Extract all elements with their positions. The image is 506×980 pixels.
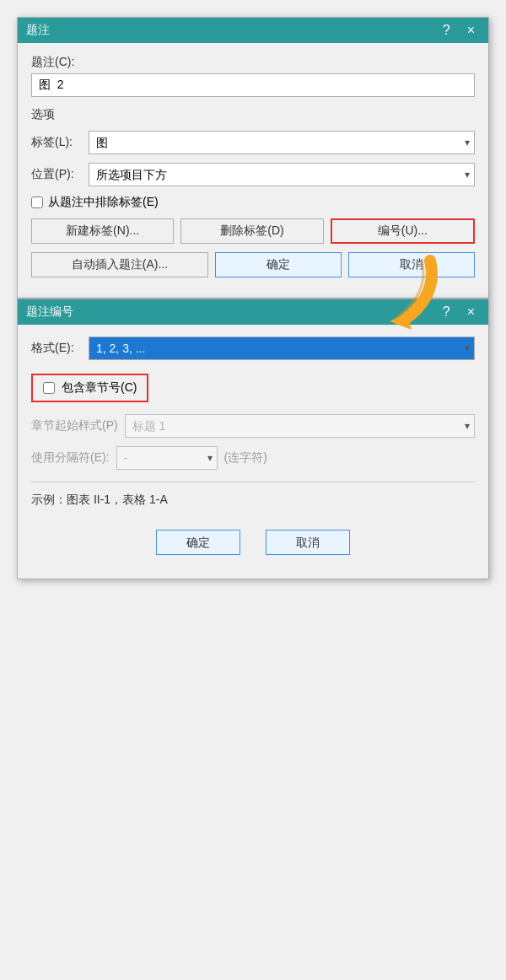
cancel-button-2[interactable]: 取消	[266, 530, 350, 555]
format-select-wrapper: 1, 2, 3, ...	[89, 337, 475, 360]
example-text: 示例：图表 II-1，表格 1-A	[31, 493, 475, 508]
titlebar-controls: ? ×	[438, 24, 480, 37]
separator-label: 使用分隔符(E):	[31, 450, 110, 466]
separator-desc: (连字符)	[224, 450, 267, 466]
close-button[interactable]: ×	[462, 24, 480, 37]
ok-button-2[interactable]: 确定	[156, 530, 240, 555]
divider	[31, 482, 475, 482]
separator-row: 使用分隔符(E): - (连字符)	[31, 446, 475, 470]
tag-select-wrapper: 图	[89, 131, 475, 154]
chapter-start-label: 章节起始样式(P)	[31, 418, 118, 433]
new-tag-button[interactable]: 新建标签(N)...	[31, 218, 174, 244]
titlebar-left: 题注	[26, 23, 50, 38]
titlebar2-left: 题注编号	[26, 304, 73, 320]
include-chapter-checkbox[interactable]	[43, 382, 55, 394]
include-chapter-highlight: 包含章节号(C)	[31, 374, 148, 402]
dialog1-title: 题注	[26, 23, 50, 38]
position-select[interactable]: 所选项目下方	[89, 163, 475, 186]
position-label: 位置(P):	[31, 167, 82, 182]
caption-input[interactable]	[31, 73, 475, 97]
include-chapter-label: 包含章节号(C)	[62, 380, 137, 396]
caption-label: 题注(C):	[31, 55, 475, 70]
format-select[interactable]: 1, 2, 3, ...	[89, 337, 475, 360]
exclude-checkbox-row: 从题注中排除标签(E)	[31, 195, 475, 210]
numbering-button[interactable]: 编号(U)...	[331, 218, 475, 244]
dialog2-bottom-buttons: 确定 取消	[31, 518, 475, 567]
tag-row: 标签(L): 图	[31, 131, 475, 154]
chapter-start-row: 章节起始样式(P) 标题 1	[31, 414, 475, 438]
chapter-start-select[interactable]: 标题 1	[125, 414, 475, 438]
tag-label: 标签(L):	[31, 135, 82, 150]
dialog2-body: 格式(E): 1, 2, 3, ... 包含章节号(C) 章节起始样式(P) 标…	[18, 325, 488, 579]
buttons-row-1: 新建标签(N)... 删除标签(D) 编号(U)...	[31, 218, 475, 244]
help-button[interactable]: ?	[438, 24, 455, 37]
format-row: 格式(E): 1, 2, 3, ...	[31, 337, 475, 360]
tag-select[interactable]: 图	[89, 131, 475, 154]
exclude-checkbox[interactable]	[31, 197, 43, 208]
delete-tag-button[interactable]: 删除标签(D)	[180, 218, 323, 244]
format-label: 格式(E):	[31, 341, 82, 356]
position-row: 位置(P): 所选项目下方	[31, 163, 475, 186]
separator-select-wrapper: -	[116, 446, 218, 470]
ok-button-1[interactable]: 确定	[215, 252, 342, 277]
arrow-indicator	[371, 252, 455, 339]
caption-dialog-titlebar: 题注 ? ×	[18, 18, 488, 43]
caption-numbering-dialog: 题注编号 ? × 格式(E): 1, 2, 3, ... 包含章节号(C)	[17, 299, 489, 579]
separator-select[interactable]: -	[116, 446, 218, 470]
close-button-2[interactable]: ×	[462, 305, 480, 319]
dialog2-title: 题注编号	[26, 304, 73, 320]
auto-insert-button[interactable]: 自动插入题注(A)...	[31, 252, 208, 277]
chapter-start-select-wrapper: 标题 1	[125, 414, 475, 438]
exclude-label: 从题注中排除标签(E)	[48, 195, 159, 210]
options-section-title: 选项	[31, 107, 475, 122]
position-select-wrapper: 所选项目下方	[89, 163, 475, 186]
